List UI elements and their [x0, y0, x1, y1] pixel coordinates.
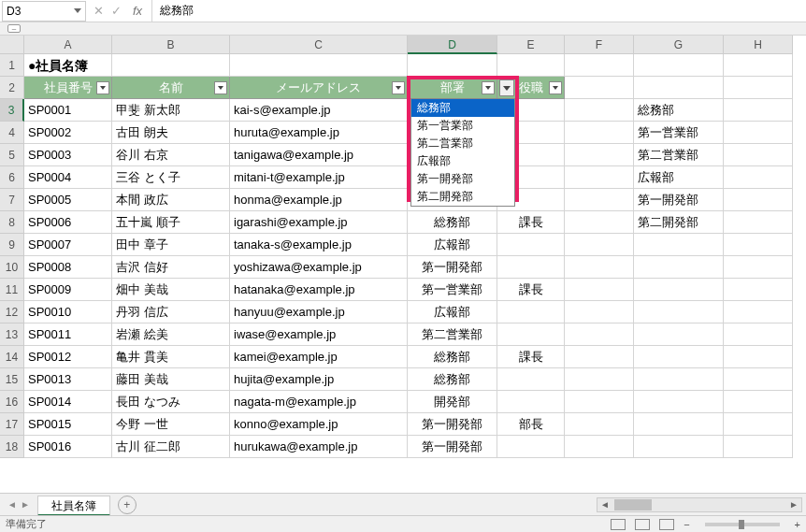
cell-name[interactable]: 田中 章子 — [112, 234, 230, 256]
row-header-17[interactable]: 17 — [0, 413, 24, 436]
cell[interactable] — [724, 436, 793, 458]
normal-view-icon[interactable] — [611, 519, 626, 530]
cell-id[interactable]: SP0002 — [24, 122, 112, 144]
cell-role[interactable] — [497, 301, 565, 324]
cell-role[interactable] — [497, 234, 565, 256]
cell-email[interactable]: huruta@example.jp — [230, 122, 408, 144]
cell-id[interactable]: SP0008 — [24, 256, 112, 279]
cell[interactable] — [724, 234, 793, 256]
filter-button-role[interactable] — [549, 81, 562, 94]
cell[interactable] — [724, 54, 793, 77]
name-box[interactable]: D3 — [2, 1, 86, 22]
accept-icon[interactable]: ✓ — [111, 4, 122, 18]
zoom-out-icon[interactable]: − — [684, 519, 689, 530]
col-header-F[interactable]: F — [565, 36, 634, 54]
cell-role[interactable]: 課長 — [497, 211, 565, 234]
validation-dropdown[interactable]: 総務部第一営業部第二営業部広報部第一開発部第二開発部 — [410, 98, 515, 207]
tab-nav-next-icon[interactable]: ► — [21, 499, 30, 510]
cell-id[interactable]: SP0011 — [24, 324, 112, 346]
cell-extra[interactable] — [634, 346, 724, 368]
row-header-3[interactable]: 3 — [0, 99, 24, 122]
cell-dropdown-button[interactable] — [499, 79, 514, 96]
cell-dept[interactable]: 第一開発部 — [408, 413, 497, 436]
cell[interactable] — [565, 234, 634, 256]
table-header-email[interactable]: メールアドレス — [230, 77, 408, 99]
cell-role[interactable] — [497, 324, 565, 346]
cell-name[interactable]: 三谷 とく子 — [112, 166, 230, 189]
col-header-E[interactable]: E — [497, 36, 565, 54]
cell[interactable] — [230, 54, 408, 77]
cell[interactable] — [724, 99, 793, 122]
cell-role[interactable]: 課長 — [497, 279, 565, 301]
cell-extra[interactable] — [634, 391, 724, 413]
cell[interactable] — [634, 77, 724, 99]
cell-email[interactable]: tanigawa@example.jp — [230, 144, 408, 166]
cell-email[interactable]: hanyuu@example.jp — [230, 301, 408, 324]
cell[interactable] — [565, 77, 634, 99]
cell[interactable] — [724, 368, 793, 391]
cell-dept[interactable]: 第二営業部 — [408, 324, 497, 346]
cell[interactable] — [724, 324, 793, 346]
cell[interactable] — [565, 99, 634, 122]
cell-name[interactable]: 今野 一世 — [112, 413, 230, 436]
cell[interactable] — [724, 77, 793, 99]
cell-name[interactable]: 亀井 貫美 — [112, 346, 230, 368]
col-header-D[interactable]: D — [408, 36, 497, 54]
cell[interactable] — [112, 54, 230, 77]
cell-name[interactable]: 五十嵐 順子 — [112, 211, 230, 234]
cell-email[interactable]: igarashi@example.jp — [230, 211, 408, 234]
cell-email[interactable]: hurukawa@example.jp — [230, 436, 408, 458]
cell-dept[interactable]: 広報部 — [408, 301, 497, 324]
cell[interactable] — [408, 54, 497, 77]
cell-email[interactable]: hatanaka@example.jp — [230, 279, 408, 301]
cell[interactable] — [724, 144, 793, 166]
cell-id[interactable]: SP0014 — [24, 391, 112, 413]
cell[interactable] — [724, 346, 793, 368]
row-header-14[interactable]: 14 — [0, 346, 24, 368]
cell-role[interactable]: 部長 — [497, 413, 565, 436]
filter-button-name[interactable] — [214, 81, 227, 94]
cell-id[interactable]: SP0016 — [24, 436, 112, 458]
filter-button-dept[interactable] — [482, 81, 495, 94]
cell[interactable] — [565, 436, 634, 458]
row-header-16[interactable]: 16 — [0, 391, 24, 413]
cell-email[interactable]: mitani-t@example.jp — [230, 166, 408, 189]
page-layout-view-icon[interactable] — [635, 519, 650, 530]
cell-id[interactable]: SP0010 — [24, 301, 112, 324]
cell[interactable] — [565, 346, 634, 368]
select-all-corner[interactable] — [0, 36, 24, 54]
cell[interactable] — [634, 54, 724, 77]
cell-extra[interactable] — [634, 279, 724, 301]
cell[interactable] — [565, 166, 634, 189]
row-header-10[interactable]: 10 — [0, 256, 24, 279]
cell-extra[interactable] — [634, 324, 724, 346]
cell[interactable] — [724, 279, 793, 301]
cell-dept[interactable]: 総務部 — [408, 211, 497, 234]
col-header-H[interactable]: H — [724, 36, 793, 54]
cell-name[interactable]: 谷川 右京 — [112, 144, 230, 166]
cell-email[interactable]: konno@example.jp — [230, 413, 408, 436]
cell-id[interactable]: SP0003 — [24, 144, 112, 166]
cell[interactable] — [565, 368, 634, 391]
cell-role[interactable]: 課長 — [497, 346, 565, 368]
col-header-G[interactable]: G — [634, 36, 724, 54]
cell[interactable] — [724, 301, 793, 324]
cell-name[interactable]: 古田 朗夫 — [112, 122, 230, 144]
cell-name[interactable]: 本間 政広 — [112, 189, 230, 211]
row-header-4[interactable]: 4 — [0, 122, 24, 144]
cell-id[interactable]: SP0009 — [24, 279, 112, 301]
cell[interactable] — [565, 301, 634, 324]
scroll-right-icon[interactable]: ► — [786, 499, 801, 510]
cell[interactable] — [724, 413, 793, 436]
cell-id[interactable]: SP0001 — [24, 99, 112, 122]
cell[interactable] — [565, 144, 634, 166]
cell[interactable] — [724, 189, 793, 211]
cell-dept[interactable]: 第一営業部 — [408, 279, 497, 301]
cell-extra[interactable]: 第二開発部 — [634, 211, 724, 234]
row-header-11[interactable]: 11 — [0, 279, 24, 301]
row-header-6[interactable]: 6 — [0, 166, 24, 189]
zoom-in-icon[interactable]: + — [795, 519, 800, 530]
filter-button-email[interactable] — [392, 81, 405, 94]
row-header-15[interactable]: 15 — [0, 368, 24, 391]
collapse-toggle-icon[interactable]: – — [7, 24, 21, 33]
